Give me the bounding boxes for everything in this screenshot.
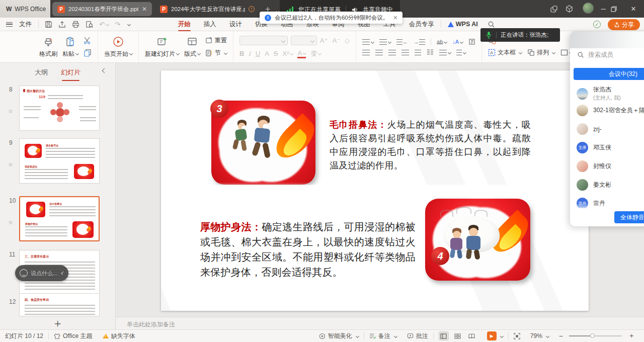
save-icon[interactable] (45, 21, 52, 28)
paste-button[interactable]: 粘贴 (62, 36, 78, 58)
normal-view-button[interactable] (439, 331, 449, 340)
export-icon[interactable] (58, 21, 66, 28)
slide-thumbnail-12[interactable]: 四、食品安全常识 (19, 293, 100, 316)
meeting-limit-toast[interactable]: ! 会议已超过2人，自动转为60分钟限时会议。 ✕ (260, 12, 403, 24)
menu-tab-home[interactable]: 开始 (172, 20, 197, 29)
print-preview-icon[interactable] (86, 21, 93, 28)
undo-icon[interactable]: ↶ (99, 21, 109, 28)
tab-outline[interactable]: 大纲 (35, 68, 48, 77)
emoji-icon[interactable] (20, 269, 28, 277)
member-row[interactable]: 张浩杰 (主持人, 我) (577, 86, 644, 102)
member-row[interactable]: 玉侠 邓玉侠 (577, 142, 644, 153)
wps-ai-button[interactable]: WPS AI (441, 21, 485, 28)
member-row[interactable]: 302-1宿舍全员＋隔壁刘楠 (577, 105, 644, 116)
slide-sorter-view-button[interactable] (453, 331, 463, 340)
cut-button[interactable] (84, 37, 92, 45)
member-row[interactable]: 雷丹 雷丹 (577, 198, 644, 209)
superscript-button[interactable]: X² (282, 50, 293, 57)
paragraph-settings-icon[interactable] (456, 50, 466, 55)
reset-button[interactable]: 重置 (205, 36, 227, 45)
theme-button[interactable]: Office 主题 (49, 332, 97, 340)
notes-button[interactable]: 备注 (364, 332, 402, 340)
restore-button[interactable] (611, 6, 626, 12)
zoom-slider[interactable] (569, 335, 622, 336)
bold-button[interactable]: B (239, 50, 244, 57)
redo-icon[interactable]: ↷ (115, 21, 120, 28)
close-tab-icon[interactable]: ✕ (142, 6, 147, 13)
char-spacing-button[interactable]: a̲b̲ (437, 39, 447, 45)
fit-slide-button[interactable] (509, 333, 525, 339)
mute-all-button[interactable]: 全体静音 (614, 211, 644, 223)
zoom-in-button[interactable]: ＋ (623, 331, 644, 340)
close-button[interactable]: ✕ (626, 5, 641, 13)
columns-icon[interactable] (427, 49, 434, 55)
strikethrough-button[interactable]: S (274, 50, 278, 57)
pin-layout-icon[interactable] (550, 6, 566, 13)
tab-slides[interactable]: 幻灯片 (61, 68, 80, 77)
arrange-button[interactable]: 排列 (527, 48, 555, 57)
distribute-icon[interactable] (415, 50, 421, 55)
minimize-button[interactable]: ─ (596, 5, 611, 13)
format-painter-button[interactable]: 格式刷 (39, 36, 57, 58)
user-avatar[interactable] (581, 3, 596, 15)
section-button[interactable]: 节 (205, 49, 227, 57)
play-from-current-button[interactable]: 当页开始 (104, 36, 132, 58)
paragraph-mark-icon[interactable] (468, 38, 475, 45)
doc-tab-inactive[interactable]: P 2024年大学生反诈宣传讲座.pptx ! (155, 2, 260, 16)
zoom-out-button[interactable]: − (554, 332, 568, 340)
slide-thumbnail-10-selected[interactable]: 毛巾捂鼻法 厚物护身法 (19, 196, 100, 241)
font-size-select[interactable] (291, 36, 317, 45)
member-row[interactable]: zrj- (577, 123, 644, 135)
layout-button[interactable]: 版式 (184, 36, 200, 58)
share-button[interactable]: 分享 (608, 19, 640, 30)
add-slide-button[interactable]: ＋ (0, 316, 115, 331)
smart-beautify-button[interactable]: 智能美化 (314, 332, 364, 340)
font-name-select[interactable] (239, 36, 288, 45)
font-color-button[interactable]: A (297, 49, 306, 58)
components-cube-icon[interactable] (566, 5, 581, 13)
slide-thumbnail-9[interactable]: 逃生般寻法 低姿前进法 (19, 138, 100, 184)
member-search-input[interactable] (588, 51, 636, 58)
dismiss-toast-icon[interactable]: ✕ (393, 15, 397, 21)
play-slideshow-button[interactable]: ▶ (482, 331, 508, 340)
highlight-button[interactable]: 变 (310, 49, 321, 58)
numbering-button[interactable] (379, 39, 391, 45)
line-spacing-icon[interactable] (439, 50, 451, 55)
member-row[interactable]: 封惟仪 (577, 160, 644, 172)
member-row[interactable]: 姜文彬 (577, 179, 644, 191)
copy-button[interactable] (84, 49, 92, 57)
star-icon[interactable]: ☆ (8, 161, 13, 168)
underline-button[interactable]: U (256, 50, 260, 57)
illustration-card-4[interactable]: 4 (425, 199, 530, 281)
method3-textbox[interactable]: 毛巾捂鼻法：火场上的烟气温度高、毒性大，吸入后很容易引起呼吸系统灼伤或人体中毒。… (330, 118, 531, 173)
doc-tab-active[interactable]: P 20240301春季开学班会.pptx ✕ (52, 2, 152, 16)
zoom-level[interactable]: 79% (525, 332, 554, 339)
increase-font-icon[interactable]: A⁺ (320, 37, 328, 44)
decrease-indent-icon[interactable]: ← (396, 39, 408, 45)
slide-10-canvas[interactable]: 3 毛巾捂鼻法：火场上的烟气温度高、毒性大，吸入后很容易引起呼吸系统灼伤或人体中… (161, 70, 589, 311)
menu-tab-insert[interactable]: 插入 (197, 20, 223, 29)
method4-textbox[interactable]: 厚物护身法：确定逃生路线后，可用浸湿的棉被或毛毯、棉大衣盖在身上，以最快的速度钻… (200, 219, 416, 280)
menu-tab-member[interactable]: 会员专享 (403, 20, 441, 29)
illustration-card-3[interactable]: 3 (211, 101, 315, 185)
star-icon[interactable]: ☆ (8, 219, 13, 226)
menu-hamburger-icon[interactable] (6, 22, 13, 27)
menu-tab-design[interactable]: 设计 (223, 20, 249, 29)
align-justify-icon[interactable] (401, 50, 409, 55)
textbox-button[interactable]: A文本框 (488, 48, 522, 57)
meeting-status-button[interactable]: 会议中(32) (574, 68, 644, 80)
print-icon[interactable] (72, 21, 79, 28)
align-right-icon[interactable] (388, 50, 396, 55)
chat-input[interactable] (31, 270, 59, 276)
notes-bar[interactable]: 单击此处添加备注 (116, 317, 644, 329)
missing-font-warning[interactable]: 缺失字体 (98, 332, 140, 340)
italic-button[interactable]: I (249, 50, 251, 58)
member-search[interactable] (577, 51, 636, 58)
reading-view-button[interactable] (467, 331, 477, 340)
collapse-chat-icon[interactable] (61, 271, 64, 275)
align-left-icon[interactable] (362, 50, 370, 55)
meeting-chat-pill[interactable] (15, 265, 68, 281)
align-center-icon[interactable] (375, 50, 383, 55)
clear-format-icon[interactable]: ◇ (345, 37, 350, 44)
new-slide-button[interactable]: 新建幻灯片 (145, 36, 179, 58)
